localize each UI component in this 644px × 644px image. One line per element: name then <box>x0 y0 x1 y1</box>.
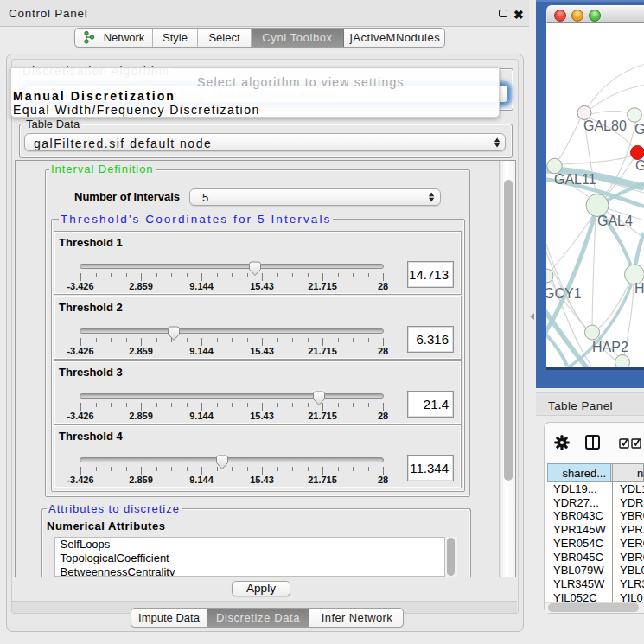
svg-text:GAL80: GAL80 <box>583 118 627 133</box>
svg-text:HAP2: HAP2 <box>592 340 628 354</box>
svg-text:GCY1: GCY1 <box>546 286 582 301</box>
svg-text:GAL11: GAL11 <box>554 172 596 187</box>
svg-text:GA: GA <box>634 122 644 137</box>
svg-text:H: H <box>634 281 644 296</box>
svg-text:GAL4: GAL4 <box>597 214 633 228</box>
svg-text:G: G <box>635 158 644 173</box>
